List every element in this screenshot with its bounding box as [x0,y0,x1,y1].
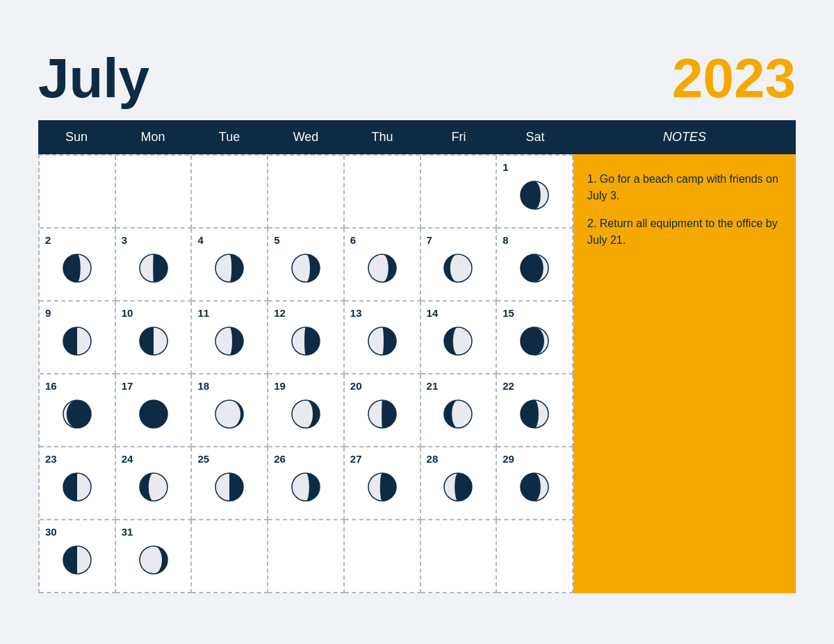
calendar-grid: 1 2 3 4 5 6 7 8 9 10 11 [38,154,573,593]
moon-phase-icon [45,250,109,286]
note-item: 2. Return all equipment to the office by… [587,215,782,249]
header-mon: Mon [115,120,191,154]
day-number: 26 [274,453,286,465]
day-number: 30 [45,526,57,538]
day-number: 11 [197,307,209,319]
day-cell-30: 30 [40,520,116,593]
day-number: 24 [122,453,133,465]
moon-phase-icon [350,323,414,359]
moon-phase-icon [427,250,491,286]
moon-phase-icon [122,396,186,432]
moon-phase-icon [427,469,491,505]
header-sun: Sun [38,120,115,154]
day-number: 21 [427,380,439,392]
moon-phase-icon [122,469,186,505]
moon-phase-icon [197,323,261,359]
moon-phase-icon [274,469,338,505]
day-cell-13: 13 [345,302,421,374]
day-number: 22 [502,380,514,392]
month-title: July [38,51,149,106]
day-number: 8 [502,234,508,246]
day-number: 14 [427,307,439,319]
moon-phase-icon [427,323,491,359]
day-cell-20: 20 [345,374,421,447]
day-number: 28 [427,453,439,465]
note-item: 1. Go for a beach camp with friends on J… [587,171,782,204]
moon-phase-icon [350,250,414,286]
header-sat: Sat [497,120,573,154]
moon-phase-icon [45,542,109,578]
moon-phase-icon [502,177,566,213]
day-cell-8: 8 [497,229,573,302]
day-cell-14: 14 [421,302,498,374]
day-cell [345,520,421,593]
moon-phase-icon [350,396,414,432]
moon-phase-icon [502,469,566,505]
day-cell [192,156,268,229]
day-cell [345,156,421,229]
day-number: 23 [45,453,57,465]
day-number: 18 [197,380,209,392]
day-cell [421,520,498,593]
day-cell-9: 9 [40,302,116,374]
day-number: 17 [122,380,133,392]
day-cell-18: 18 [192,374,268,447]
moon-phase-icon [197,469,261,505]
day-number: 20 [350,380,362,392]
calendar-container: July 2023 Sun Mon Tue Wed Thu Fri Sat NO… [17,30,817,614]
moon-phase-icon [45,396,109,432]
day-cell-29: 29 [497,447,573,520]
day-cell [40,156,116,229]
day-number: 15 [502,307,514,319]
day-cell-22: 22 [497,374,573,447]
header-wed: Wed [268,120,344,154]
day-number: 2 [45,234,51,246]
notes-panel: 1. Go for a beach camp with friends on J… [573,154,796,593]
svg-point-32 [140,400,167,428]
moon-phase-icon [427,396,491,432]
moon-phase-icon [45,469,109,505]
day-number: 6 [350,234,356,246]
day-number: 19 [274,380,286,392]
day-cell [268,156,345,229]
day-number: 9 [45,307,51,319]
moon-phase-icon [274,396,338,432]
day-cell-21: 21 [421,374,498,447]
day-cell-11: 11 [192,302,268,374]
day-cell-19: 19 [268,374,345,447]
day-cell [116,156,193,229]
day-cell-24: 24 [116,447,193,520]
day-cell-10: 10 [116,302,193,374]
day-cell-6: 6 [345,229,421,302]
day-number: 5 [274,234,279,246]
day-number: 29 [502,453,514,465]
moon-phase-icon [122,542,186,578]
day-cell [192,520,268,593]
day-number: 12 [274,307,286,319]
day-number: 3 [122,234,127,246]
day-number: 7 [427,234,432,246]
day-number: 16 [45,380,57,392]
notes-header: NOTES [573,120,796,154]
moon-phase-icon [274,323,338,359]
day-cell-7: 7 [421,229,498,302]
day-cell-12: 12 [268,302,345,374]
moon-phase-icon [274,250,338,286]
calendar-grid-wrapper: 1 2 3 4 5 6 7 8 9 10 11 [38,154,573,593]
day-cell-23: 23 [40,447,116,520]
moon-phase-icon [502,250,566,286]
moon-phase-icon [502,323,566,359]
header-fri: Fri [420,120,497,154]
day-cell-28: 28 [421,447,498,520]
moon-phase-icon [197,396,261,432]
calendar-body: 1 2 3 4 5 6 7 8 9 10 11 [38,154,796,593]
day-cell-27: 27 [345,447,421,520]
moon-phase-icon [502,396,566,432]
day-number: 31 [122,526,133,538]
day-cell-25: 25 [192,447,268,520]
day-number: 13 [350,307,362,319]
day-cell [421,156,498,229]
year-title: 2023 [672,51,796,106]
moon-phase-icon [122,323,186,359]
day-cell-31: 31 [116,520,193,593]
